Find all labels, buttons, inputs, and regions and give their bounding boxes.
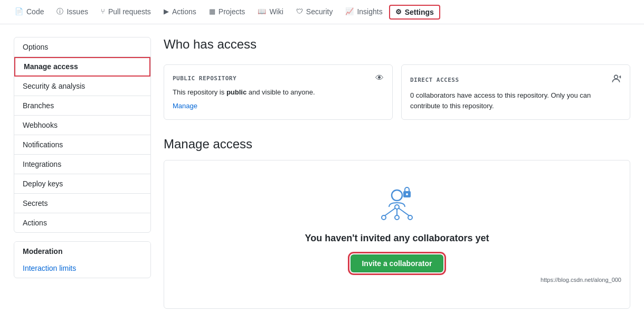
nav-actions[interactable]: ▶ Actions [157,0,203,24]
who-has-access-title: Who has access [164,37,630,56]
nav-settings[interactable]: ⚙ Settings [389,5,440,20]
sidebar-item-interaction-limits[interactable]: Interaction limits [14,259,150,278]
svg-point-1 [392,190,402,201]
person-icon [611,73,621,86]
svg-point-0 [614,75,618,79]
sidebar-item-notifications[interactable]: Notifications [14,135,150,155]
sidebar-item-security-analysis[interactable]: Security & analysis [14,77,150,96]
nav-wiki[interactable]: 📖 Wiki [251,0,289,24]
collab-empty-icon [376,186,418,223]
nav-code[interactable]: 📄 Code [8,0,50,24]
nav-projects[interactable]: ▦ Projects [203,0,252,24]
svg-point-3 [406,193,408,195]
manage-access-box: You haven't invited any collaborators ye… [164,160,630,309]
projects-icon: ▦ [209,7,215,15]
sidebar-moderation-header: Moderation [14,242,150,259]
sidebar-item-webhooks[interactable]: Webhooks [14,116,150,135]
svg-point-10 [408,215,412,220]
sidebar-item-actions[interactable]: Actions [14,213,150,232]
sidebar-item-branches[interactable]: Branches [14,96,150,116]
sidebar-item-integrations[interactable]: Integrations [14,155,150,174]
sidebar-item-secrets[interactable]: Secrets [14,194,150,213]
top-navigation: 📄 Code ⓘ Issues ⑂ Pull requests ▶ Action… [0,0,644,24]
svg-point-9 [395,215,399,220]
sidebar-moderation-section: Moderation Interaction limits [14,241,151,278]
nav-issues[interactable]: ⓘ Issues [50,0,94,24]
issues-icon: ⓘ [56,7,63,16]
nav-security[interactable]: 🛡 Security [290,0,339,24]
manage-link[interactable]: Manage [173,102,197,110]
public-highlight: public [226,88,247,96]
direct-access-text: 0 collaborators have access to this repo… [410,90,621,111]
code-icon: 📄 [15,7,23,15]
pr-icon: ⑂ [101,7,105,15]
direct-access-header: DIRECT ACCESS [410,73,621,86]
sidebar: Options Manage access Security & analysi… [14,37,151,309]
nav-pull-requests[interactable]: ⑂ Pull requests [94,0,157,24]
eye-icon: 👁 [375,73,384,83]
main-content: Who has access PUBLIC REPOSITORY 👁 This … [164,37,630,309]
url-hint: https://blog.csdn.net/along_000 [541,277,621,283]
no-collabs-text: You haven't invited any collaborators ye… [305,233,489,244]
settings-icon: ⚙ [395,8,402,16]
svg-point-7 [395,205,399,209]
access-cards: PUBLIC REPOSITORY 👁 This repository is p… [164,64,630,120]
direct-access-label: DIRECT ACCESS [410,77,459,83]
invite-collaborator-button[interactable]: Invite a collaborator [351,254,443,272]
wiki-icon: 📖 [258,7,266,15]
sidebar-item-deploy-keys[interactable]: Deploy keys [14,174,150,194]
sidebar-item-manage-access[interactable]: Manage access [14,57,150,77]
public-card-header: PUBLIC REPOSITORY 👁 [173,73,384,83]
public-card-text: This repository is public and visible to… [173,87,384,98]
public-card-label: PUBLIC REPOSITORY [173,75,236,82]
actions-icon: ▶ [164,7,169,15]
content-area: Options Manage access Security & analysi… [5,37,639,309]
collab-icon-wrapper [376,186,418,224]
direct-access-card: DIRECT ACCESS 0 collaborators have acces… [401,64,630,120]
sidebar-item-options[interactable]: Options [14,37,150,57]
svg-point-8 [382,215,386,220]
security-icon: 🛡 [296,7,303,15]
nav-insights[interactable]: 📈 Insights [339,0,389,24]
manage-access-title: Manage access [164,137,630,152]
sidebar-main-section: Options Manage access Security & analysi… [14,37,151,233]
insights-icon: 📈 [345,7,354,15]
public-repo-card: PUBLIC REPOSITORY 👁 This repository is p… [164,64,393,120]
